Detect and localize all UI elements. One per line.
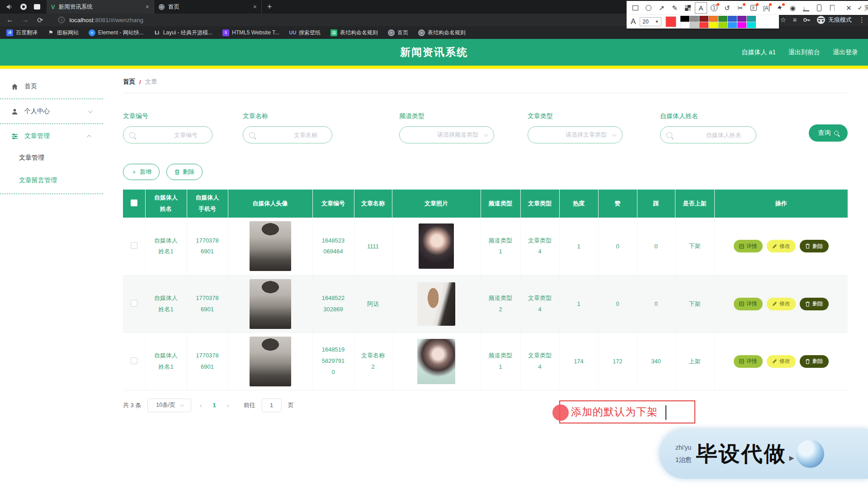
ocr-tool-icon[interactable]: [A] <box>760 2 773 14</box>
browser-logo-icon[interactable] <box>20 4 27 10</box>
reload-icon[interactable]: ⟳ <box>37 16 43 24</box>
doc-icon <box>739 244 744 249</box>
new-tab-button[interactable]: + <box>267 2 272 12</box>
color-swatch[interactable] <box>709 16 718 22</box>
delete-button[interactable]: 删除 <box>166 164 203 180</box>
bookmark-item[interactable]: 5HTML5 Website T... <box>222 29 279 36</box>
bookmark-star-icon[interactable]: ☆ <box>780 16 786 24</box>
finish-capture-button[interactable]: ✓ 完成 <box>856 2 868 14</box>
color-swatch[interactable] <box>690 22 699 28</box>
url-text[interactable]: localhost:8081/#/wenzhang <box>69 17 143 24</box>
article-name-input[interactable] <box>243 127 332 143</box>
window-icon[interactable] <box>34 4 40 10</box>
sidebar-item-article-group[interactable]: 文章管理 <box>0 126 103 147</box>
prev-page-icon[interactable]: ‹ <box>198 401 203 409</box>
goto-page-input[interactable] <box>262 399 282 412</box>
sidebar-item-profile[interactable]: 个人中心 <box>0 101 103 122</box>
author-name-input[interactable] <box>660 127 756 143</box>
pin-tool-icon[interactable] <box>774 2 786 14</box>
bookmark-item[interactable]: eElement - 网站快... <box>89 29 144 37</box>
tab-close-icon[interactable]: × <box>146 3 149 10</box>
browser-tab-2[interactable]: 首页 × <box>154 0 262 14</box>
select-all-checkbox[interactable] <box>131 200 137 206</box>
color-swatch[interactable] <box>718 22 727 28</box>
bookmark-item[interactable]: 译百度翻译 <box>6 29 38 37</box>
color-swatch[interactable] <box>718 16 727 22</box>
logout-link[interactable]: 退出登录 <box>833 48 858 57</box>
add-button[interactable]: ＋ 新增 <box>123 164 160 180</box>
cancel-capture-icon[interactable]: ✕ <box>843 2 855 14</box>
record-tool-icon[interactable]: ◉ <box>787 2 799 14</box>
table-toolbar: ＋ 新增 删除 <box>123 164 848 180</box>
breadcrumb-home[interactable]: 首页 <box>123 78 135 86</box>
detail-button[interactable]: 详情 <box>734 355 763 368</box>
bookmark-item[interactable]: ⚑图标网站 <box>47 29 79 37</box>
forward-icon[interactable]: → <box>22 16 29 24</box>
device-icon[interactable] <box>813 2 825 14</box>
edit-button[interactable]: 修改 <box>767 298 796 310</box>
bookmark-item[interactable]: ▤表结构命名规则 <box>330 29 378 37</box>
row-delete-button[interactable]: 删除 <box>800 355 829 368</box>
pen-tool-icon[interactable]: ✎ <box>669 2 681 14</box>
step-number-tool-icon[interactable]: 1 <box>708 2 720 14</box>
ellipse-tool-icon[interactable] <box>642 2 655 14</box>
translate-tool-icon[interactable]: 文 <box>747 2 760 14</box>
scissors-icon[interactable]: ✂ <box>734 2 746 14</box>
color-swatch[interactable] <box>737 16 746 22</box>
text-tool-icon[interactable]: A <box>695 2 707 14</box>
row-delete-button[interactable]: 删除 <box>800 240 829 252</box>
bookmark-item[interactable]: 首页 <box>388 29 408 37</box>
color-swatch[interactable] <box>747 22 756 28</box>
reading-list-icon[interactable]: ≡ <box>793 16 796 24</box>
edit-button[interactable]: 修改 <box>767 355 796 368</box>
menu-dots-icon[interactable]: ⋮ <box>859 16 865 24</box>
bookmark-item[interactable]: UU搜索壁纸 <box>289 29 321 37</box>
rectangle-tool-icon[interactable] <box>629 2 642 14</box>
bookmark-tool-icon[interactable] <box>826 2 838 14</box>
back-icon[interactable]: ← <box>6 16 14 24</box>
color-swatch[interactable] <box>747 16 756 22</box>
row-checkbox[interactable] <box>131 242 137 249</box>
detail-button[interactable]: 详情 <box>734 240 763 252</box>
undo-icon[interactable]: ↺ <box>721 2 733 14</box>
site-info-icon[interactable]: i <box>58 17 65 23</box>
font-size-select[interactable]: 20▼ <box>640 17 661 26</box>
color-swatch[interactable] <box>699 22 708 28</box>
next-page-icon[interactable]: › <box>225 401 231 409</box>
speaker-icon <box>6 4 13 10</box>
color-swatch[interactable] <box>728 16 737 22</box>
exit-to-front-link[interactable]: 退出到前台 <box>788 48 820 57</box>
mosaic-tool-icon[interactable] <box>682 2 694 14</box>
cell-author: 自媒体人姓名1 <box>154 235 178 257</box>
color-swatch[interactable] <box>680 16 689 22</box>
detail-button[interactable]: 详情 <box>734 298 763 310</box>
row-delete-button[interactable]: 删除 <box>800 298 829 310</box>
chevron-down-icon <box>88 109 93 113</box>
sidebar-subitem-article-manage[interactable]: 文章管理 <box>0 147 103 169</box>
browser-tab-1[interactable]: V 新闻资讯系统 × <box>47 0 154 14</box>
bookmark-item[interactable]: 表结构命名规则 <box>418 29 466 37</box>
sidebar-subitem-article-comments[interactable]: 文章留言管理 <box>0 169 103 192</box>
bookmark-item[interactable]: LiLayui - 经典开源模... <box>154 29 212 37</box>
article-no-input[interactable] <box>123 127 212 143</box>
color-swatch[interactable] <box>680 22 689 28</box>
selected-color-swatch[interactable] <box>665 16 676 27</box>
color-swatch[interactable] <box>699 16 708 22</box>
color-swatch[interactable] <box>728 22 737 28</box>
color-swatch[interactable] <box>690 16 699 22</box>
current-page[interactable]: 1 <box>210 402 218 409</box>
query-button[interactable]: 查询 <box>809 124 848 142</box>
color-swatch[interactable] <box>709 22 718 28</box>
tab-close-icon[interactable]: × <box>253 3 257 10</box>
channel-type-select[interactable]: 请选择频道类型 <box>399 126 494 143</box>
article-type-select[interactable]: 请选择文章类型 <box>528 126 623 143</box>
per-page-select[interactable]: 10条/页 <box>147 399 191 412</box>
edit-button[interactable]: 修改 <box>767 240 796 252</box>
row-checkbox[interactable] <box>131 357 137 364</box>
color-swatch[interactable] <box>737 22 746 28</box>
sidebar-item-home[interactable]: 首页 <box>0 76 103 97</box>
key-icon[interactable] <box>803 16 810 24</box>
row-checkbox[interactable] <box>131 300 137 307</box>
arrow-tool-icon[interactable]: ↗ <box>656 2 668 14</box>
download-icon[interactable]: ↓ <box>800 2 812 14</box>
